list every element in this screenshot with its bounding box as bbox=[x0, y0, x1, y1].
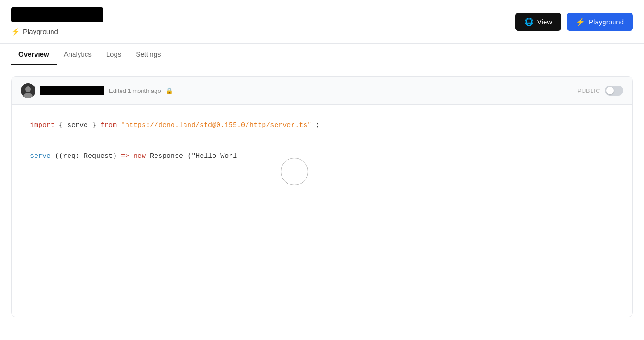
user-name-redacted bbox=[40, 86, 104, 95]
main-content: Edited 1 month ago 🔒 PUBLIC import { ser… bbox=[0, 65, 644, 328]
bolt-playground-icon: ⚡ bbox=[576, 17, 585, 26]
code-card-header: Edited 1 month ago 🔒 PUBLIC bbox=[12, 77, 632, 105]
code-card: Edited 1 month ago 🔒 PUBLIC import { ser… bbox=[11, 76, 633, 317]
toggle-knob bbox=[606, 87, 614, 94]
playground-button-label: Playground bbox=[589, 18, 624, 26]
tab-settings[interactable]: Settings bbox=[128, 44, 168, 65]
header-right: 🌐 View ⚡ Playground bbox=[515, 13, 633, 31]
tab-analytics[interactable]: Analytics bbox=[57, 44, 99, 65]
view-button[interactable]: 🌐 View bbox=[515, 13, 561, 31]
code-body: import { serve } from "https://deno.land… bbox=[12, 105, 632, 317]
keyword-from: from bbox=[100, 121, 117, 129]
avatar bbox=[21, 83, 35, 98]
globe-icon: 🌐 bbox=[524, 17, 534, 26]
logo-bar bbox=[11, 7, 103, 22]
playground-button[interactable]: ⚡ Playground bbox=[567, 13, 633, 31]
edited-text: Edited 1 month ago bbox=[109, 87, 161, 94]
playground-label: ⚡ Playground bbox=[11, 27, 103, 36]
code-line-3: serve ((req: Request) => new Response ("… bbox=[30, 150, 614, 162]
bolt-icon: ⚡ bbox=[11, 27, 20, 36]
code-line-1: import { serve } from "https://deno.land… bbox=[30, 120, 614, 132]
playground-text: Playground bbox=[23, 28, 58, 35]
tab-overview[interactable]: Overview bbox=[11, 44, 57, 65]
logo-image bbox=[11, 7, 103, 22]
fn-serve: serve bbox=[30, 152, 51, 160]
tab-logs[interactable]: Logs bbox=[99, 44, 129, 65]
header-left: ⚡ Playground bbox=[11, 7, 103, 36]
page-header: ⚡ Playground 🌐 View ⚡ Playground bbox=[0, 0, 644, 44]
card-header-left: Edited 1 month ago 🔒 bbox=[21, 83, 173, 98]
tab-nav: Overview Analytics Logs Settings bbox=[0, 44, 644, 65]
card-header-right: PUBLIC bbox=[577, 86, 623, 96]
lock-icon: 🔒 bbox=[166, 87, 173, 94]
code-line-2 bbox=[30, 135, 614, 147]
public-toggle[interactable] bbox=[605, 86, 623, 96]
keyword-import: import bbox=[30, 121, 55, 129]
view-button-label: View bbox=[537, 18, 552, 26]
public-label: PUBLIC bbox=[577, 87, 600, 94]
svg-point-1 bbox=[25, 86, 31, 92]
